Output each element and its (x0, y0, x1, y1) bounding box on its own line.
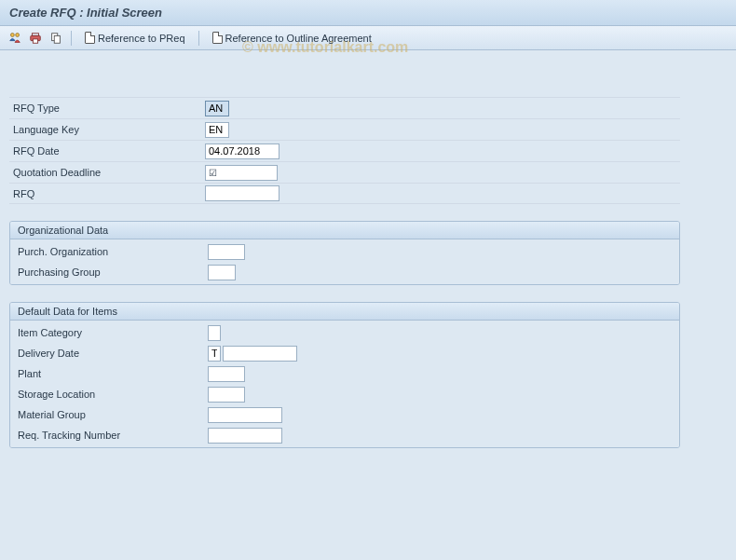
field-row-purch-group: Purchasing Group (14, 262, 675, 282)
reference-to-preq-button[interactable]: Reference to PReq (79, 30, 191, 46)
print-icon[interactable] (28, 31, 43, 46)
quotation-deadline-label: Quotation Deadline (9, 167, 205, 178)
field-row-purch-org: Purch. Organization (14, 241, 675, 262)
item-category-label: Item Category (14, 327, 208, 338)
default-data-items-header: Default Data for Items (10, 303, 679, 321)
plant-label: Plant (14, 368, 208, 379)
toolbar-separator (198, 31, 199, 46)
plant-input[interactable] (208, 366, 245, 382)
field-row-rfq: RFQ (9, 183, 680, 204)
rfq-label: RFQ (9, 188, 205, 199)
organizational-data-group: Organizational Data Purch. Organization … (9, 221, 680, 285)
organizational-data-body: Purch. Organization Purchasing Group (10, 239, 679, 284)
field-row-req-tracking: Req. Tracking Number (14, 425, 675, 445)
svg-point-1 (16, 33, 20, 36)
req-tracking-input[interactable] (208, 428, 282, 444)
quotation-deadline-input[interactable] (220, 165, 278, 181)
language-key-label: Language Key (9, 124, 205, 135)
toolbar-separator (71, 31, 72, 46)
field-row-material-group: Material Group (14, 404, 675, 425)
rfq-date-label: RFQ Date (9, 145, 205, 157)
req-tracking-label: Req. Tracking Number (14, 430, 208, 441)
field-row-rfq-type: RFQ Type (9, 97, 680, 118)
default-data-items-group: Default Data for Items Item Category Del… (9, 302, 680, 448)
field-row-quotation-deadline: Quotation Deadline ☑ (9, 161, 680, 183)
delivery-date-label: Delivery Date (14, 348, 208, 359)
organizational-data-header: Organizational Data (10, 222, 679, 239)
document-icon (212, 32, 223, 44)
svg-rect-6 (54, 35, 60, 43)
rfq-date-input[interactable] (205, 143, 279, 159)
field-row-item-category: Item Category (14, 322, 675, 343)
field-row-storage-location: Storage Location (14, 384, 675, 404)
svg-point-0 (10, 33, 14, 36)
quotation-deadline-required-marker: ☑ (205, 165, 221, 181)
field-row-language-key: Language Key (9, 118, 680, 140)
purch-org-label: Purch. Organization (14, 246, 208, 257)
document-icon (85, 32, 95, 44)
reference-preq-label: Reference to PReq (98, 33, 185, 44)
header-details-icon[interactable] (7, 31, 22, 46)
copy-icon[interactable] (48, 31, 63, 46)
rfq-input[interactable] (205, 185, 279, 201)
field-row-plant: Plant (14, 363, 675, 384)
svg-rect-4 (33, 38, 37, 42)
delivery-date-input[interactable] (223, 346, 297, 362)
field-row-delivery-date: Delivery Date (14, 343, 675, 363)
field-row-rfq-date: RFQ Date (9, 140, 680, 161)
material-group-label: Material Group (14, 409, 208, 420)
material-group-input[interactable] (208, 407, 282, 423)
delivery-date-category-input[interactable] (208, 346, 221, 362)
purch-org-input[interactable] (208, 244, 245, 260)
reference-to-outline-button[interactable]: Reference to Outline Agreement (207, 30, 377, 46)
storage-location-label: Storage Location (14, 389, 208, 400)
default-data-items-body: Item Category Delivery Date Plant Storag… (10, 321, 679, 447)
item-category-input[interactable] (208, 325, 221, 341)
language-key-input[interactable] (205, 122, 229, 138)
content-area: RFQ Type Language Key RFQ Date Quotation… (0, 50, 736, 560)
page-title: Create RFQ : Initial Screen (9, 6, 162, 20)
rfq-type-input[interactable] (205, 101, 229, 116)
purch-group-label: Purchasing Group (14, 266, 208, 278)
rfq-type-label: RFQ Type (9, 102, 205, 114)
title-bar: Create RFQ : Initial Screen (0, 0, 736, 26)
reference-outline-label: Reference to Outline Agreement (225, 33, 372, 44)
purch-group-input[interactable] (208, 265, 236, 280)
application-toolbar: Reference to PReq Reference to Outline A… (0, 26, 736, 50)
main-fields-block: RFQ Type Language Key RFQ Date Quotation… (9, 97, 680, 204)
storage-location-input[interactable] (208, 387, 245, 403)
